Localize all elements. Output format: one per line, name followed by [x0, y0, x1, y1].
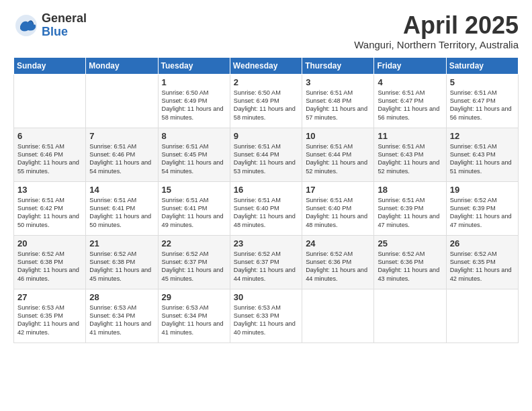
calendar-cell: 26Sunrise: 6:52 AM Sunset: 6:35 PM Dayli… — [446, 235, 518, 289]
logo-icon — [13, 13, 39, 38]
day-info: Sunrise: 6:52 AM Sunset: 6:37 PM Dayligh… — [234, 250, 298, 283]
page: General Blue April 2025 Wanguri, Norther… — [0, 0, 532, 411]
calendar-cell: 23Sunrise: 6:52 AM Sunset: 6:37 PM Dayli… — [230, 235, 302, 289]
title-block: April 2025 Wanguri, Northern Territory, … — [354, 12, 519, 50]
calendar-cell: 15Sunrise: 6:51 AM Sunset: 6:41 PM Dayli… — [158, 181, 230, 235]
day-info: Sunrise: 6:52 AM Sunset: 6:36 PM Dayligh… — [378, 250, 442, 283]
day-number: 10 — [306, 131, 370, 141]
calendar-cell — [86, 74, 158, 128]
day-number: 5 — [450, 77, 515, 87]
day-number: 19 — [450, 185, 515, 195]
day-info: Sunrise: 6:53 AM Sunset: 6:35 PM Dayligh… — [17, 304, 82, 337]
day-info: Sunrise: 6:51 AM Sunset: 6:43 PM Dayligh… — [450, 142, 515, 176]
day-info: Sunrise: 6:52 AM Sunset: 6:37 PM Dayligh… — [162, 250, 226, 283]
calendar-cell — [302, 289, 374, 342]
day-number: 13 — [17, 185, 82, 195]
calendar-cell: 29Sunrise: 6:53 AM Sunset: 6:34 PM Dayli… — [158, 289, 230, 342]
calendar-cell: 12Sunrise: 6:51 AM Sunset: 6:43 PM Dayli… — [446, 128, 518, 181]
day-info: Sunrise: 6:51 AM Sunset: 6:43 PM Dayligh… — [378, 142, 442, 176]
day-info: Sunrise: 6:50 AM Sunset: 6:49 PM Dayligh… — [234, 89, 298, 122]
day-info: Sunrise: 6:51 AM Sunset: 6:47 PM Dayligh… — [378, 89, 442, 122]
day-info: Sunrise: 6:51 AM Sunset: 6:46 PM Dayligh… — [17, 142, 82, 176]
day-info: Sunrise: 6:52 AM Sunset: 6:38 PM Dayligh… — [17, 250, 82, 283]
day-info: Sunrise: 6:50 AM Sunset: 6:49 PM Dayligh… — [162, 89, 226, 122]
calendar-cell: 5Sunrise: 6:51 AM Sunset: 6:47 PM Daylig… — [446, 74, 518, 128]
calendar-cell: 4Sunrise: 6:51 AM Sunset: 6:47 PM Daylig… — [374, 74, 446, 128]
day-number: 29 — [162, 292, 226, 302]
calendar-cell: 3Sunrise: 6:51 AM Sunset: 6:48 PM Daylig… — [302, 74, 374, 128]
day-header-tuesday: Tuesday — [158, 57, 230, 74]
calendar-cell: 1Sunrise: 6:50 AM Sunset: 6:49 PM Daylig… — [158, 74, 230, 128]
day-number: 20 — [17, 238, 82, 248]
day-number: 22 — [162, 238, 226, 248]
calendar-cell: 30Sunrise: 6:53 AM Sunset: 6:33 PM Dayli… — [230, 289, 302, 342]
day-header-sunday: Sunday — [14, 57, 86, 74]
calendar-cell: 24Sunrise: 6:52 AM Sunset: 6:36 PM Dayli… — [302, 235, 374, 289]
day-info: Sunrise: 6:51 AM Sunset: 6:40 PM Dayligh… — [306, 196, 370, 230]
day-number: 16 — [234, 185, 298, 195]
day-number: 26 — [450, 238, 515, 248]
calendar-cell: 28Sunrise: 6:53 AM Sunset: 6:34 PM Dayli… — [86, 289, 158, 342]
month-title: April 2025 — [354, 12, 519, 39]
day-number: 28 — [89, 292, 154, 302]
logo: General Blue — [13, 12, 87, 39]
day-header-saturday: Saturday — [446, 57, 518, 74]
day-info: Sunrise: 6:51 AM Sunset: 6:44 PM Dayligh… — [306, 142, 370, 176]
calendar-cell — [446, 289, 518, 342]
day-number: 27 — [17, 292, 82, 302]
day-number: 23 — [234, 238, 298, 248]
day-header-thursday: Thursday — [302, 57, 374, 74]
day-number: 9 — [234, 131, 298, 141]
day-info: Sunrise: 6:51 AM Sunset: 6:46 PM Dayligh… — [89, 142, 154, 176]
day-header-monday: Monday — [86, 57, 158, 74]
day-number: 30 — [234, 292, 298, 302]
day-number: 25 — [378, 238, 442, 248]
header-row: SundayMondayTuesdayWednesdayThursdayFrid… — [14, 57, 519, 74]
day-header-friday: Friday — [374, 57, 446, 74]
week-row-4: 20Sunrise: 6:52 AM Sunset: 6:38 PM Dayli… — [14, 235, 519, 289]
calendar-cell: 14Sunrise: 6:51 AM Sunset: 6:41 PM Dayli… — [86, 181, 158, 235]
calendar-cell: 22Sunrise: 6:52 AM Sunset: 6:37 PM Dayli… — [158, 235, 230, 289]
calendar-cell: 16Sunrise: 6:51 AM Sunset: 6:40 PM Dayli… — [230, 181, 302, 235]
week-row-5: 27Sunrise: 6:53 AM Sunset: 6:35 PM Dayli… — [14, 289, 519, 342]
day-info: Sunrise: 6:51 AM Sunset: 6:48 PM Dayligh… — [306, 89, 370, 122]
calendar-cell: 9Sunrise: 6:51 AM Sunset: 6:44 PM Daylig… — [230, 128, 302, 181]
day-info: Sunrise: 6:51 AM Sunset: 6:47 PM Dayligh… — [450, 89, 515, 122]
calendar-cell: 25Sunrise: 6:52 AM Sunset: 6:36 PM Dayli… — [374, 235, 446, 289]
calendar-cell: 18Sunrise: 6:51 AM Sunset: 6:39 PM Dayli… — [374, 181, 446, 235]
calendar-cell: 10Sunrise: 6:51 AM Sunset: 6:44 PM Dayli… — [302, 128, 374, 181]
day-number: 8 — [162, 131, 226, 141]
calendar-cell — [374, 289, 446, 342]
day-info: Sunrise: 6:51 AM Sunset: 6:45 PM Dayligh… — [162, 142, 226, 176]
day-info: Sunrise: 6:51 AM Sunset: 6:44 PM Dayligh… — [234, 142, 298, 176]
day-number: 3 — [306, 77, 370, 87]
day-number: 6 — [17, 131, 82, 141]
day-number: 1 — [162, 77, 226, 87]
day-number: 11 — [378, 131, 442, 141]
day-info: Sunrise: 6:52 AM Sunset: 6:38 PM Dayligh… — [89, 250, 154, 283]
day-info: Sunrise: 6:51 AM Sunset: 6:41 PM Dayligh… — [89, 196, 154, 230]
logo-general: General — [42, 12, 87, 26]
day-number: 7 — [89, 131, 154, 141]
calendar-cell: 21Sunrise: 6:52 AM Sunset: 6:38 PM Dayli… — [86, 235, 158, 289]
day-number: 4 — [378, 77, 442, 87]
calendar-cell: 27Sunrise: 6:53 AM Sunset: 6:35 PM Dayli… — [14, 289, 86, 342]
calendar-cell: 8Sunrise: 6:51 AM Sunset: 6:45 PM Daylig… — [158, 128, 230, 181]
day-info: Sunrise: 6:51 AM Sunset: 6:40 PM Dayligh… — [234, 196, 298, 230]
week-row-1: 1Sunrise: 6:50 AM Sunset: 6:49 PM Daylig… — [14, 74, 519, 128]
header: General Blue April 2025 Wanguri, Norther… — [13, 12, 519, 50]
calendar-cell: 2Sunrise: 6:50 AM Sunset: 6:49 PM Daylig… — [230, 74, 302, 128]
calendar-cell: 20Sunrise: 6:52 AM Sunset: 6:38 PM Dayli… — [14, 235, 86, 289]
day-info: Sunrise: 6:53 AM Sunset: 6:33 PM Dayligh… — [234, 304, 298, 337]
day-info: Sunrise: 6:53 AM Sunset: 6:34 PM Dayligh… — [162, 304, 226, 337]
calendar-table: SundayMondayTuesdayWednesdayThursdayFrid… — [13, 57, 519, 343]
day-number: 24 — [306, 238, 370, 248]
day-header-wednesday: Wednesday — [230, 57, 302, 74]
day-number: 21 — [89, 238, 154, 248]
logo-blue: Blue — [42, 26, 87, 39]
calendar-cell: 6Sunrise: 6:51 AM Sunset: 6:46 PM Daylig… — [14, 128, 86, 181]
day-number: 15 — [162, 185, 226, 195]
day-number: 12 — [450, 131, 515, 141]
week-row-3: 13Sunrise: 6:51 AM Sunset: 6:42 PM Dayli… — [14, 181, 519, 235]
calendar-cell: 17Sunrise: 6:51 AM Sunset: 6:40 PM Dayli… — [302, 181, 374, 235]
